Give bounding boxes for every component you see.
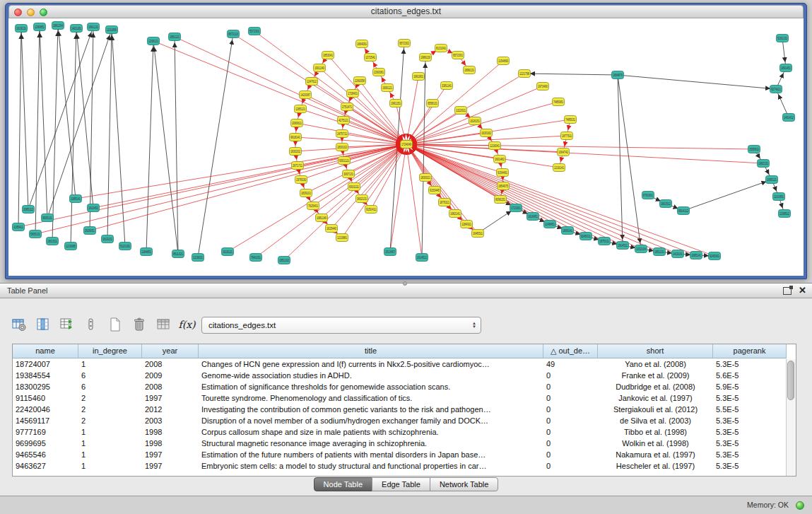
- graph-node[interactable]: 1284851: [141, 248, 153, 256]
- table-row[interactable]: 911546021997Tourette syndrome. Phenomeno…: [13, 392, 787, 404]
- graph-node[interactable]: 3067131: [343, 170, 355, 178]
- graph-node[interactable]: 1219085: [65, 243, 77, 250]
- graph-edge[interactable]: [478, 208, 516, 233]
- graph-hub-node[interactable]: 1724049: [401, 141, 413, 148]
- graph-node[interactable]: 7485031: [565, 116, 577, 124]
- graph-node[interactable]: 1210881: [336, 234, 348, 242]
- graph-node[interactable]: 1032104: [635, 245, 647, 253]
- graph-edge[interactable]: [618, 75, 623, 245]
- tab-node-table[interactable]: Node Table: [314, 477, 372, 491]
- graph-node[interactable]: 1876111: [439, 199, 451, 206]
- graph-node[interactable]: 8511021: [172, 250, 184, 258]
- graph-edge[interactable]: [782, 38, 786, 68]
- row-height-icon[interactable]: [82, 316, 100, 333]
- graph-node[interactable]: 3602131: [356, 195, 368, 203]
- graph-node[interactable]: 1231856: [106, 26, 118, 34]
- graph-node[interactable]: 1216141: [553, 164, 565, 172]
- graph-node[interactable]: 1973490: [537, 83, 549, 90]
- graph-edge[interactable]: [406, 121, 475, 144]
- graph-node[interactable]: 1208121: [148, 37, 160, 45]
- graph-edge[interactable]: [71, 28, 76, 246]
- graph-node[interactable]: 1853041: [322, 52, 334, 59]
- graph-node[interactable]: 1664091: [356, 40, 368, 48]
- graph-node[interactable]: 9245061: [709, 252, 721, 260]
- graph-node[interactable]: 1619121: [222, 248, 234, 256]
- graph-edge[interactable]: [175, 37, 406, 144]
- show-columns-icon[interactable]: [34, 316, 52, 333]
- graph-node[interactable]: 8131041: [435, 45, 447, 52]
- graph-node[interactable]: 8096151: [495, 196, 507, 204]
- graph-edge[interactable]: [21, 28, 28, 209]
- table-row[interactable]: 969969511998Structural magnetic resonanc…: [13, 438, 787, 449]
- scrollbar-thumb[interactable]: [787, 361, 794, 400]
- graph-node[interactable]: 1914512: [416, 254, 428, 262]
- split-handle[interactable]: [403, 281, 407, 286]
- column-header-in_degree[interactable]: in_degree: [78, 344, 142, 358]
- tab-network-table[interactable]: Network Table: [430, 477, 499, 491]
- graph-edge[interactable]: [198, 34, 233, 257]
- graph-node[interactable]: 1322611: [455, 107, 467, 115]
- graph-edge[interactable]: [146, 41, 153, 252]
- float-panel-icon[interactable]: [783, 287, 792, 295]
- graph-node[interactable]: 1806141: [562, 227, 574, 235]
- graph-node[interactable]: 9572113: [228, 30, 240, 38]
- graph-node[interactable]: 9150411: [365, 206, 377, 214]
- graph-node[interactable]: 1682141: [449, 210, 461, 218]
- graph-node[interactable]: 1901240: [314, 64, 326, 72]
- graph-node[interactable]: 1248451: [544, 221, 556, 228]
- graph-node[interactable]: 1875011: [599, 238, 611, 245]
- table-row[interactable]: 946362711997Embryonic stem cells: a mode…: [13, 460, 787, 472]
- graph-node[interactable]: 8301111: [348, 183, 360, 191]
- graph-node[interactable]: 1272541: [365, 54, 377, 62]
- graph-node[interactable]: 2626051: [84, 227, 96, 235]
- graph-edge[interactable]: [406, 144, 422, 257]
- graph-edge[interactable]: [112, 30, 125, 246]
- graph-node[interactable]: 1645511: [472, 230, 484, 238]
- graph-edge[interactable]: [618, 75, 641, 249]
- column-header-short[interactable]: short: [598, 344, 713, 358]
- trash-icon[interactable]: [130, 316, 148, 333]
- graph-node[interactable]: 5572301: [249, 28, 261, 35]
- column-header-name[interactable]: name: [13, 344, 78, 358]
- graph-node[interactable]: 2751471: [341, 103, 353, 111]
- zoom-window-icon[interactable]: [40, 8, 47, 16]
- tab-edge-table[interactable]: Edge Table: [372, 477, 430, 491]
- graph-node[interactable]: 1064742: [558, 148, 570, 156]
- window-titlebar[interactable]: citations_edges.txt: [8, 5, 804, 18]
- graph-node[interactable]: 9505131: [42, 214, 54, 222]
- graph-node[interactable]: 2671711: [292, 162, 304, 170]
- graph-node[interactable]: 1285121: [295, 105, 307, 113]
- graph-edge[interactable]: [406, 144, 641, 249]
- graph-edge[interactable]: [256, 144, 406, 257]
- graph-edge[interactable]: [35, 27, 40, 234]
- graph-node[interactable]: 1961901: [413, 73, 425, 81]
- graph-node[interactable]: 1851121: [169, 33, 181, 41]
- graph-node[interactable]: 1154890: [498, 57, 510, 65]
- graph-edge[interactable]: [295, 137, 406, 144]
- delete-table-icon[interactable]: [154, 316, 172, 333]
- graph-edge[interactable]: [618, 75, 776, 89]
- graph-node[interactable]: 1801512: [660, 200, 672, 208]
- graph-edge[interactable]: [342, 144, 406, 238]
- graph-node[interactable]: 1664879: [612, 71, 624, 79]
- graph-node[interactable]: 7625401: [307, 202, 319, 210]
- graph-node[interactable]: 4275121: [338, 117, 350, 124]
- graph-node[interactable]: 1247612: [306, 78, 318, 86]
- graph-node[interactable]: 1721901: [510, 204, 522, 212]
- graph-node[interactable]: 1221798: [519, 70, 531, 78]
- graph-edge[interactable]: [228, 144, 406, 252]
- graph-node[interactable]: 1615440: [326, 225, 338, 233]
- graph-node[interactable]: 1981140: [316, 214, 328, 222]
- graph-node[interactable]: 9572301: [452, 52, 464, 59]
- fx-icon[interactable]: f(x): [178, 316, 196, 333]
- graph-node[interactable]: 9572302: [399, 40, 411, 47]
- network-canvas[interactable]: 1724049185304119012401247612142008712851…: [8, 18, 804, 276]
- graph-edge[interactable]: [371, 144, 406, 209]
- table-row[interactable]: 1938455462009Genome-wide association stu…: [13, 370, 787, 381]
- table-selector-dropdown[interactable]: citations_edges.txt ▲▼: [201, 317, 481, 334]
- table-row[interactable]: 1830029562008Estimation of significance …: [13, 381, 787, 392]
- graph-node[interactable]: 9301121: [339, 157, 351, 165]
- graph-node[interactable]: 5905131: [30, 230, 42, 238]
- graph-node[interactable]: 1978330: [295, 176, 307, 184]
- table-panel-header[interactable]: Table Panel ✕: [0, 283, 812, 298]
